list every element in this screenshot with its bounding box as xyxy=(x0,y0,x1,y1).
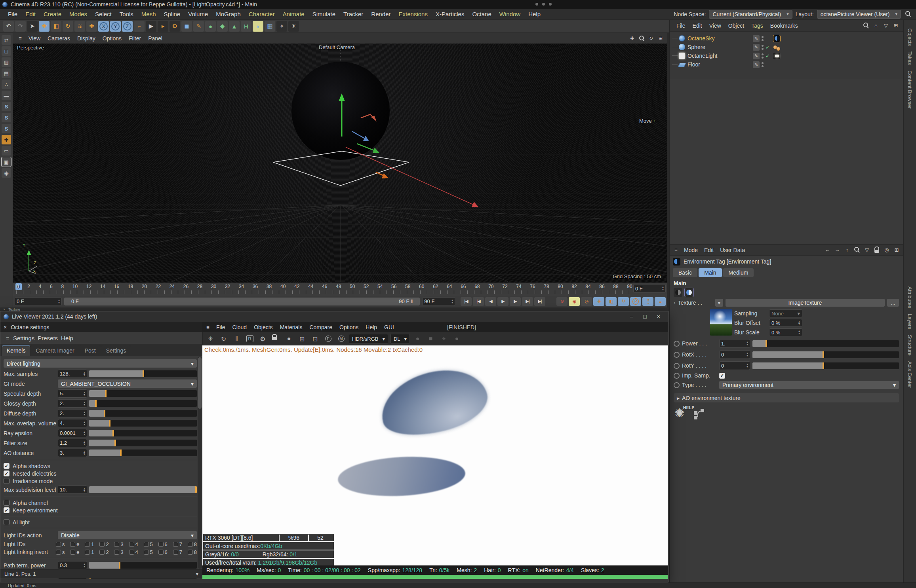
search-icon[interactable] xyxy=(862,22,870,30)
object-name[interactable]: Floor xyxy=(687,61,753,68)
attribute-menu-item[interactable]: User Data xyxy=(717,247,748,253)
live-viewer-menu-item[interactable]: GUI xyxy=(381,324,398,330)
clay-mode-icon[interactable]: ● xyxy=(284,334,294,344)
object-manager-menu-item[interactable]: Tags xyxy=(748,23,767,29)
goto-start-button[interactable]: |◀ xyxy=(461,297,472,306)
light-linking-checkbox[interactable]: 6 xyxy=(158,549,168,555)
object-name[interactable]: OctaneSky xyxy=(687,35,753,42)
render-settings-icon[interactable]: ⚙ xyxy=(169,21,180,32)
menu-item[interactable]: Character xyxy=(245,11,279,17)
render-picture-viewer-icon[interactable]: ▸ xyxy=(158,21,168,32)
blur-offset-field[interactable]: 0 %▴▾ xyxy=(769,319,802,327)
attribute-tab[interactable]: Medium xyxy=(723,268,754,277)
record-keyframe-icon[interactable]: ⊘ xyxy=(556,297,568,306)
roty-slider[interactable] xyxy=(752,362,899,369)
coord-system-icon[interactable]: ⌐ xyxy=(134,21,145,32)
visibility-dots-icon[interactable] xyxy=(762,36,764,41)
object-name[interactable]: Sphere xyxy=(687,44,753,50)
layer-color-icon[interactable]: ✎ xyxy=(753,44,760,51)
viewport-zoom-icon[interactable] xyxy=(638,35,645,42)
checkbox[interactable] xyxy=(4,478,10,484)
settings-tab[interactable]: Camera Imager xyxy=(31,345,79,356)
node-space-select[interactable]: Current (Standard/Physical)▾ xyxy=(709,10,792,19)
visibility-dots-icon[interactable] xyxy=(762,62,764,67)
menu-item[interactable]: Extensions xyxy=(395,11,432,17)
view-type-label[interactable]: Perspective xyxy=(17,45,44,51)
attribute-tab[interactable]: Main xyxy=(699,268,722,277)
visibility-dots-icon[interactable] xyxy=(762,45,764,50)
viewport-menu-item[interactable]: Filter xyxy=(125,35,145,42)
dock-tab[interactable]: Objects xyxy=(907,28,913,46)
add-icon[interactable]: ⊞ xyxy=(893,246,901,254)
light-linking-checkbox[interactable]: 8 xyxy=(188,549,197,555)
value-field[interactable]: 0.3▴▾ xyxy=(58,561,87,569)
object-row-octanelight[interactable]: OctaneLight ✎ ✓ xyxy=(670,51,903,60)
hamburger-icon[interactable]: ≡ xyxy=(4,334,11,342)
up-icon[interactable]: ↑ xyxy=(843,246,851,254)
menu-item[interactable]: Simulate xyxy=(309,11,339,17)
menu-item[interactable]: Volume xyxy=(184,11,212,17)
forward-icon[interactable]: → xyxy=(833,246,841,254)
viewport-filter-icon[interactable]: ◉ xyxy=(2,168,11,178)
object-row-octanesky[interactable]: OctaneSky ✎ xyxy=(670,34,903,43)
ao-environment-section[interactable]: ▸AO environment texture xyxy=(674,393,899,402)
viewport-toggle-icon[interactable]: ⊞ xyxy=(657,35,664,42)
autokey-icon[interactable]: ◉ xyxy=(569,297,580,306)
viewport-menu-item[interactable]: Cameras xyxy=(44,35,74,42)
region-render-icon[interactable]: R xyxy=(244,334,255,344)
viewport-canvas[interactable]: Perspective Default Camera Move + Grid S… xyxy=(13,44,667,283)
light-id-checkbox[interactable]: 7 xyxy=(173,541,182,547)
maximize-button[interactable]: □ xyxy=(643,313,646,320)
filter-icon[interactable]: ▽ xyxy=(863,246,871,254)
current-frame-field[interactable]: 0 F▴▾ xyxy=(633,284,666,293)
importance-sampling-checkbox[interactable] xyxy=(719,373,725,379)
light-linking-checkbox[interactable]: 2 xyxy=(99,549,109,555)
orbit-icon[interactable]: ● xyxy=(451,334,462,344)
undo-icon[interactable]: ↶ xyxy=(3,21,14,32)
keying-settings-icon[interactable]: ◎ xyxy=(581,297,592,306)
value-field[interactable]: 5.▴▾ xyxy=(58,389,87,398)
node-editor-icon[interactable] xyxy=(693,408,705,420)
camera-icon[interactable]: ⌖ xyxy=(276,21,287,32)
settings-tab[interactable]: Settings xyxy=(101,345,131,356)
roty-field[interactable]: 0▴▾ xyxy=(719,361,750,370)
live-selection-icon[interactable]: ➤ xyxy=(27,21,38,32)
pen-tool-icon[interactable]: ✎ xyxy=(193,21,204,32)
goto-end-button[interactable]: ▶| xyxy=(534,297,545,306)
prev-frame-button[interactable]: ◀ xyxy=(485,297,496,306)
dock-tab[interactable]: Structure xyxy=(907,335,913,356)
points-mode-icon[interactable]: ∴ xyxy=(2,80,11,89)
attribute-menu-item[interactable]: Edit xyxy=(701,247,717,253)
live-viewer-menu-item[interactable]: Compare xyxy=(306,324,336,330)
material-tag-icon[interactable] xyxy=(777,47,780,51)
layer-color-icon[interactable]: ✎ xyxy=(753,53,760,59)
snap-enable-icon[interactable]: S xyxy=(2,102,11,111)
camera-label[interactable]: Default Camera xyxy=(319,44,355,50)
bend-deformer-icon[interactable]: ▲ xyxy=(229,21,240,32)
object-manager-menu-item[interactable]: File xyxy=(673,23,689,29)
animation-dot-icon[interactable] xyxy=(674,363,680,369)
extrude-icon[interactable]: ◆ xyxy=(217,21,228,32)
light-id-checkbox[interactable]: 2 xyxy=(99,541,109,547)
live-viewer-menu-item[interactable]: File xyxy=(213,324,229,330)
viewport-pan-icon[interactable]: ✚ xyxy=(628,35,636,42)
light-id-checkbox[interactable]: 5 xyxy=(144,541,153,547)
animation-dot-icon[interactable] xyxy=(674,352,680,358)
slider[interactable] xyxy=(89,400,197,407)
power-field[interactable]: 1.▴▾ xyxy=(719,339,750,348)
viewport-menu-item[interactable]: Panel xyxy=(145,35,166,42)
environment-tag-icon[interactable] xyxy=(773,35,780,42)
close-icon[interactable]: × xyxy=(4,324,7,330)
settings-menu-item[interactable]: Help xyxy=(61,335,73,341)
light-linking-checkbox[interactable]: e xyxy=(70,549,79,555)
menu-item[interactable]: Edit xyxy=(21,11,40,17)
light-linking-checkbox[interactable]: s xyxy=(56,549,65,555)
window-control-dots[interactable] xyxy=(535,3,552,6)
attribute-menu-item[interactable]: Mode xyxy=(681,247,701,253)
timeline-range-slider[interactable]: 0 F90 F ‖ xyxy=(64,298,420,305)
power-slider[interactable] xyxy=(752,340,899,347)
search-icon[interactable] xyxy=(904,10,912,18)
settings-menu-item[interactable]: Presets xyxy=(38,335,58,341)
home-icon[interactable]: ⌂ xyxy=(872,22,880,30)
restart-render-icon[interactable]: ↻ xyxy=(218,334,229,344)
